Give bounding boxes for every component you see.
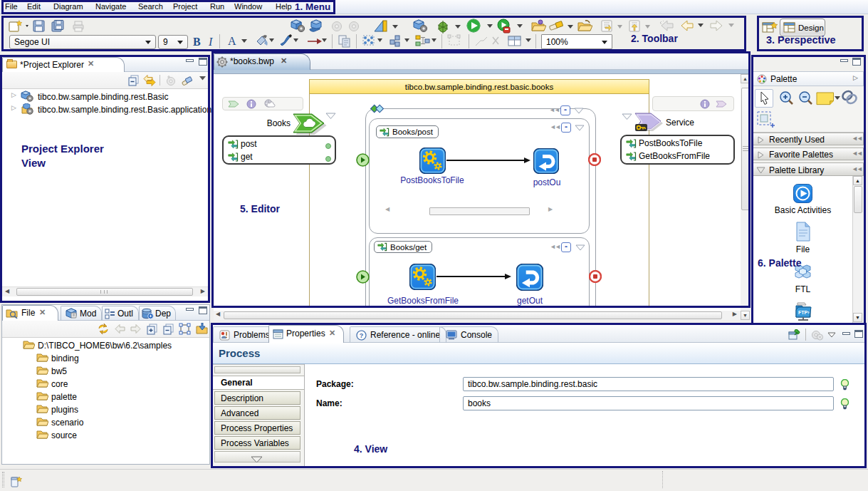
svg-text:?: ? — [360, 332, 364, 339]
svg-text:FTP›: FTP› — [798, 310, 810, 315]
